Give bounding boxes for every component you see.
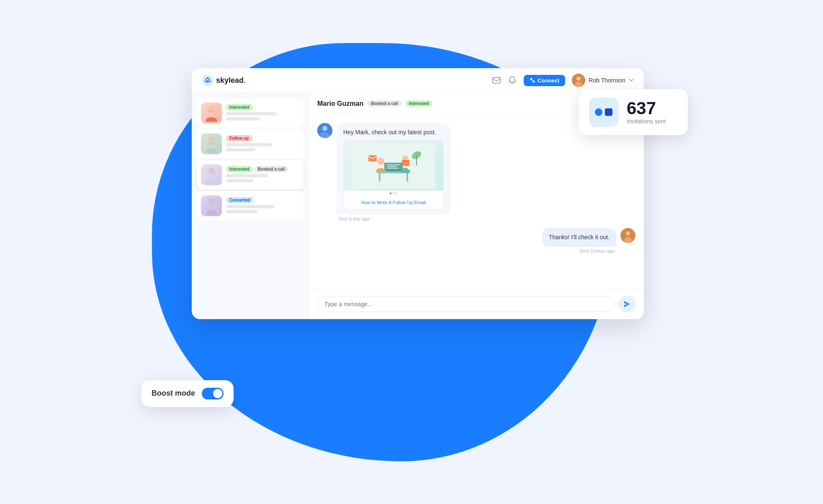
user-menu[interactable]: Rob Thomson: [572, 74, 634, 87]
svg-line-5: [531, 79, 534, 82]
contact-item[interactable]: Interested Booked a call: [197, 160, 303, 189]
contact-tags: Follow up: [226, 135, 299, 141]
svg-rect-26: [387, 164, 400, 165]
contact-line: [226, 179, 253, 182]
svg-rect-23: [406, 173, 408, 182]
chevron-down-icon: [629, 79, 634, 82]
contact-line: [226, 148, 255, 151]
connect-button[interactable]: Connect: [524, 75, 565, 86]
svg-point-1: [206, 80, 209, 83]
inv-square: [605, 108, 612, 116]
chat-messages: Hey Mark, check out my latest post.: [309, 115, 644, 289]
contact-item[interactable]: Converted: [197, 191, 303, 220]
message-bubble-sent: Thanks! I'll check it out.: [542, 228, 616, 247]
dot: [390, 192, 391, 194]
contact-line: [226, 117, 260, 120]
mail-icon[interactable]: [492, 76, 501, 85]
svg-rect-22: [379, 173, 381, 182]
post-card-image: [344, 141, 443, 191]
contact-avatar: [201, 164, 222, 185]
skylead-logo-icon: [202, 74, 213, 86]
chat-input-area: [309, 289, 644, 319]
inv-info: 637 Invitations sent: [627, 100, 666, 125]
contact-line: [226, 210, 257, 213]
app-header: skylead.: [192, 68, 644, 93]
contacts-panel: Interested: [192, 93, 309, 319]
boost-card: Boost mode: [141, 380, 234, 407]
user-avatar: [572, 74, 585, 87]
contact-avatar: [201, 133, 222, 154]
message-row-received: Hey Mark, check out my latest post.: [317, 123, 635, 222]
tag-converted: Converted: [226, 197, 253, 203]
contact-line: [226, 174, 268, 177]
boost-label: Boost mode: [152, 389, 195, 398]
dot: [396, 192, 397, 194]
contact-tags: Interested Booked a call: [226, 166, 299, 172]
svg-point-29: [378, 158, 384, 165]
inv-icon: [589, 97, 618, 127]
post-card-title: How to Write A Follow Up Email: [344, 196, 443, 210]
inv-dot: [595, 108, 602, 116]
svg-rect-32: [402, 160, 409, 161]
contact-tags: Converted: [226, 197, 299, 203]
tag-booked: Booked a call: [255, 166, 288, 172]
chat-tag-booked: Booked a call: [368, 100, 401, 107]
contact-info: Interested Booked a call: [226, 166, 299, 183]
app-window: skylead.: [192, 68, 644, 319]
send-button[interactable]: [619, 296, 635, 312]
message-content: Thanks! I'll check it out. Sent 3 hours …: [542, 228, 616, 253]
svg-rect-28: [387, 168, 399, 169]
message-row-sent: Thanks! I'll check it out. Sent 3 hours …: [317, 228, 635, 253]
tag-interested: Interested: [226, 166, 253, 172]
post-dots: [344, 191, 443, 196]
contact-line: [226, 205, 274, 208]
svg-point-38: [624, 237, 632, 243]
svg-point-18: [322, 126, 327, 131]
sender-avatar: [317, 123, 332, 138]
svg-point-12: [208, 136, 215, 142]
logo-text: skylead.: [216, 76, 246, 85]
tag-followup: Follow up: [226, 135, 252, 141]
app-body: Interested: [192, 93, 644, 319]
contact-avatar: [201, 102, 222, 123]
message-time: Sent a day ago: [337, 216, 450, 221]
header-right: Connect Rob Thomson: [492, 74, 634, 87]
svg-point-16: [208, 198, 215, 204]
message-bubble: Hey Mark, check out my latest post.: [337, 123, 450, 215]
contact-info: Converted: [226, 197, 299, 214]
chat-tag-interested: Interested: [406, 100, 432, 107]
receiver-avatar: [620, 228, 635, 243]
chat-contact-name: Mario Guzman: [317, 100, 363, 107]
svg-point-7: [576, 77, 581, 81]
svg-point-14: [208, 167, 215, 173]
logo: skylead.: [202, 74, 246, 86]
svg-rect-27: [387, 166, 397, 167]
toggle-knob: [213, 389, 222, 398]
tag-interested: Interested: [226, 104, 253, 110]
contact-info: Follow up: [226, 135, 299, 152]
svg-point-37: [626, 231, 630, 235]
dot: [393, 192, 394, 194]
svg-rect-35: [368, 155, 377, 161]
contact-avatar: [201, 195, 222, 216]
contact-line: [226, 112, 276, 115]
user-name: Rob Thomson: [589, 77, 625, 84]
boost-toggle[interactable]: [202, 388, 224, 399]
contact-tags: Interested: [226, 104, 299, 110]
contact-line: [226, 143, 272, 146]
message-time-sent: Sent 3 hours ago: [542, 248, 616, 253]
inv-label: Invitations sent: [627, 118, 666, 125]
contact-item[interactable]: Interested: [197, 98, 303, 128]
invitations-card: 637 Invitations sent: [579, 89, 688, 135]
inv-number: 637: [627, 100, 666, 117]
chat-input[interactable]: [317, 296, 615, 312]
svg-rect-2: [493, 77, 500, 83]
bell-icon[interactable]: [508, 76, 517, 85]
post-card: How to Write A Follow Up Email: [343, 140, 444, 210]
message-content: Hey Mark, check out my latest post.: [337, 123, 450, 222]
contact-item[interactable]: Follow up: [197, 129, 303, 159]
contact-info: Interested: [226, 104, 299, 121]
